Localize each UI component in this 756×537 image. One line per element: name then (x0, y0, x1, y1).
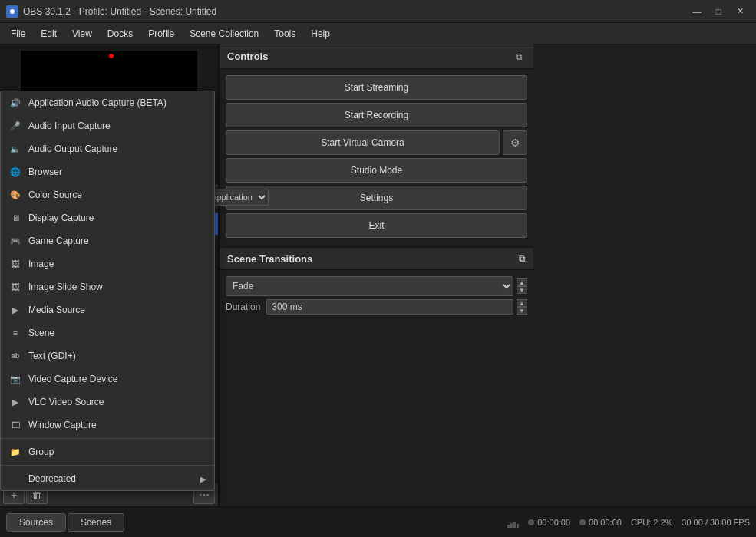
controls-title: Controls (227, 51, 268, 62)
transition-type-select[interactable]: Fade (226, 276, 513, 296)
red-dot (109, 54, 114, 58)
controls-popout-icon[interactable]: ⧉ (512, 50, 526, 64)
exit-button[interactable]: Exit (226, 213, 527, 238)
duration-label: Duration (226, 301, 260, 312)
menu-tools[interactable]: Tools (266, 25, 303, 42)
duration-arrows: ▲ ▼ (517, 299, 527, 315)
dd-item-color-source[interactable]: 🎨 Color Source (1, 183, 214, 206)
duration-up-arrow[interactable]: ▲ (517, 299, 527, 307)
deprecated-icon (8, 472, 22, 486)
stream-dot (579, 519, 586, 525)
controls-header: Controls ⧉ (220, 44, 533, 69)
settings-button[interactable]: Settings (226, 186, 527, 210)
bar3 (513, 522, 516, 528)
dd-item-window-capture[interactable]: 🗔 Window Capture (1, 413, 214, 437)
virtual-camera-row: Start Virtual Camera ⚙ (226, 130, 527, 155)
stream-indicator: 00:00:00 (579, 518, 622, 527)
right-panel: Controls ⧉ Start Streaming Start Recordi… (219, 44, 533, 506)
start-streaming-button[interactable]: Start Streaming (226, 75, 527, 100)
transitions-type-row: Fade ▲ ▼ (226, 276, 527, 296)
dd-separator (1, 438, 214, 439)
color-source-icon: 🎨 (8, 188, 22, 202)
dd-item-browser[interactable]: 🌐 Browser (1, 160, 214, 183)
title-bar: OBS 30.1.2 - Profile: Untitled - Scenes:… (0, 0, 756, 23)
duration-value: 300 ms (266, 299, 513, 315)
transitions-duration-row: Duration 300 ms ▲ ▼ (226, 299, 527, 315)
menu-edit[interactable]: Edit (33, 25, 64, 42)
transition-arrows: ▲ ▼ (517, 278, 527, 294)
cpu-indicator: CPU: 2.2% (631, 518, 672, 527)
dd-item-app-audio[interactable]: 🔊 Application Audio Capture (BETA) (1, 91, 214, 114)
app-icon (6, 5, 18, 18)
group-icon: 📁 (8, 445, 22, 459)
svg-point-1 (10, 9, 15, 14)
image-icon: 🖼 (8, 257, 22, 271)
menu-view[interactable]: View (64, 25, 100, 42)
dd-item-scene[interactable]: ≡ Scene (1, 321, 214, 344)
studio-mode-button[interactable]: Studio Mode (226, 158, 527, 183)
stream-time: 00:00:00 (589, 518, 622, 527)
dd-item-audio-input[interactable]: 🎤 Audio Input Capture (1, 114, 214, 137)
bar1 (507, 525, 510, 528)
recording-time: 00:00:00 (537, 518, 570, 527)
dd-item-video-capture[interactable]: 📷 Video Capture Device (1, 367, 214, 390)
menu-scene-collection[interactable]: Scene Collection (182, 25, 266, 42)
fps-indicator: 30.00 / 30.00 FPS (682, 518, 750, 527)
audio-output-icon: 🔈 (8, 142, 22, 156)
deprecated-arrow-icon: ▶ (200, 475, 206, 483)
dd-item-image[interactable]: 🖼 Image (1, 252, 214, 275)
transitions-section: Scene Transitions ⧉ Fade ▲ ▼ Duration 30… (220, 247, 533, 321)
scenes-tab[interactable]: Scenes (68, 513, 124, 532)
dd-separator-2 (1, 465, 214, 466)
app-audio-icon: 🔊 (8, 96, 22, 110)
transitions-popout-icon[interactable]: ⧉ (519, 253, 526, 264)
bar2 (510, 523, 513, 528)
browser-icon: 🌐 (8, 165, 22, 179)
scene-icon: ≡ (8, 326, 22, 340)
transitions-title: Scene Transitions (227, 253, 312, 265)
slideshow-icon: 🖼 (8, 280, 22, 294)
window-title: OBS 30.1.2 - Profile: Untitled - Scenes:… (23, 6, 687, 17)
sources-tab[interactable]: Sources (6, 513, 66, 532)
vlc-icon: ▶ (8, 395, 22, 409)
recording-dot (528, 519, 534, 525)
text-gdi-icon: ab (8, 349, 22, 363)
dd-item-image-slideshow[interactable]: 🖼 Image Slide Show (1, 275, 214, 298)
menu-profile[interactable]: Profile (140, 25, 182, 42)
status-right: 00:00:00 00:00:00 CPU: 2.2% 30.00 / 30.0… (507, 517, 750, 528)
audio-input-icon: 🎤 (8, 119, 22, 133)
transition-down-arrow[interactable]: ▼ (517, 286, 527, 294)
start-recording-button[interactable]: Start Recording (226, 103, 527, 127)
dd-item-vlc[interactable]: ▶ VLC Video Source (1, 390, 214, 413)
duration-down-arrow[interactable]: ▼ (517, 307, 527, 315)
transitions-body: Fade ▲ ▼ Duration 300 ms ▲ ▼ (220, 270, 533, 321)
transition-up-arrow[interactable]: ▲ (517, 278, 527, 286)
status-tabs: Sources Scenes (6, 513, 124, 532)
minimize-button[interactable]: — (687, 4, 707, 19)
audio-level-indicator (507, 517, 519, 528)
dd-item-display-capture[interactable]: 🖥 Display Capture (1, 206, 214, 229)
maximize-button[interactable]: □ (708, 4, 728, 19)
add-source-dropdown: 🔊 Application Audio Capture (BETA) 🎤 Aud… (0, 91, 215, 491)
recording-indicator: 00:00:00 (528, 518, 570, 527)
close-button[interactable]: ✕ (730, 4, 750, 19)
dd-item-deprecated[interactable]: Deprecated ▶ (1, 467, 214, 490)
menu-bar: File Edit View Docks Profile Scene Colle… (0, 23, 756, 44)
dd-item-text-gdi[interactable]: ab Text (GDI+) (1, 344, 214, 367)
bar4 (517, 524, 519, 528)
menu-docks[interactable]: Docks (100, 25, 140, 42)
window-controls: — □ ✕ (687, 4, 750, 19)
status-bar: Sources Scenes 00:00:00 00:00:00 CPU: 2.… (0, 506, 756, 537)
menu-help[interactable]: Help (303, 25, 338, 42)
menu-file[interactable]: File (3, 25, 33, 42)
start-virtual-camera-button[interactable]: Start Virtual Camera (226, 130, 500, 155)
window-capture-icon: 🗔 (8, 418, 22, 432)
dd-item-group[interactable]: 📁 Group (1, 440, 214, 463)
dd-item-audio-output[interactable]: 🔈 Audio Output Capture (1, 137, 214, 160)
dd-item-media-source[interactable]: ▶ Media Source (1, 298, 214, 321)
transitions-header: Scene Transitions ⧉ (220, 247, 533, 270)
media-source-icon: ▶ (8, 303, 22, 317)
game-capture-icon: 🎮 (8, 234, 22, 248)
virtual-camera-settings-button[interactable]: ⚙ (503, 130, 527, 155)
dd-item-game-capture[interactable]: 🎮 Game Capture (1, 229, 214, 252)
